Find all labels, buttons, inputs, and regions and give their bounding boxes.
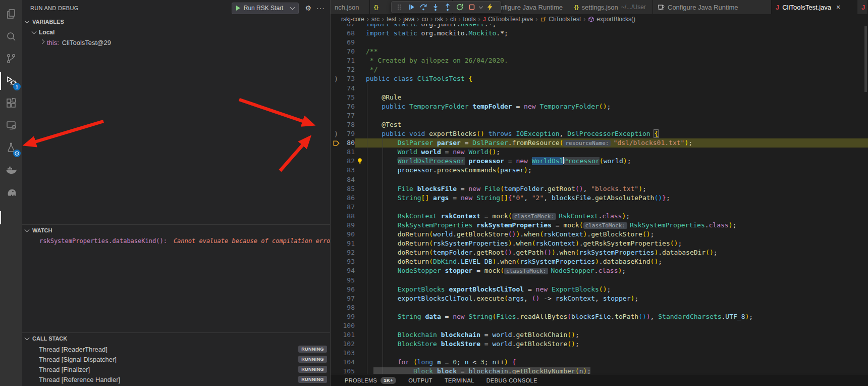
gutter[interactable]: [331, 212, 342, 221]
line-number[interactable]: 100: [342, 321, 355, 330]
gutter[interactable]: [331, 157, 342, 166]
gutter[interactable]: [331, 321, 342, 330]
line-number[interactable]: 70: [342, 47, 355, 56]
panel-tab-problems[interactable]: PROBLEMS1K+: [345, 377, 396, 384]
activity-run-debug-icon[interactable]: 1: [0, 70, 22, 92]
line-number[interactable]: 92: [342, 248, 355, 257]
activity-source-control-icon[interactable]: [0, 47, 22, 70]
line-number[interactable]: 87: [342, 203, 355, 212]
line-number[interactable]: 71: [342, 56, 355, 65]
editor-tab[interactable]: J: [857, 0, 868, 14]
gutter[interactable]: [331, 148, 342, 157]
line-number[interactable]: 77: [342, 111, 355, 120]
gutter[interactable]: [331, 29, 342, 38]
line-number[interactable]: 90: [342, 230, 355, 239]
line-number[interactable]: 72: [342, 65, 355, 74]
line-number[interactable]: 73: [342, 74, 355, 83]
code-line[interactable]: 98: [331, 303, 868, 312]
gutter[interactable]: [331, 266, 342, 275]
panel-tab-output[interactable]: OUTPUT: [408, 377, 432, 383]
call-stack-thread[interactable]: Thread [ReaderThread]RUNNING: [22, 344, 330, 354]
gutter[interactable]: [331, 175, 342, 184]
fold-marker[interactable]: ): [331, 74, 342, 83]
code-line[interactable]: 101 Blockchain blockchain = world.getBlo…: [331, 330, 868, 340]
line-number[interactable]: 75: [342, 93, 355, 102]
gutter[interactable]: [331, 194, 342, 203]
breadcrumb[interactable]: rskj-core›src›test›java›co›rsk›cli›tools…: [331, 14, 868, 24]
code-line[interactable]: 84: [331, 175, 868, 184]
activity-explorer-icon[interactable]: [0, 3, 22, 25]
code-line[interactable]: 95: [331, 276, 868, 285]
editor-tab[interactable]: Configure Java Runtime: [653, 0, 772, 14]
code-line[interactable]: )79 public void exportBlocks() throws IO…: [331, 129, 868, 138]
variables-header[interactable]: VARIABLES: [22, 16, 330, 27]
gear-icon[interactable]: ⚙: [305, 4, 311, 12]
gutter[interactable]: [331, 221, 342, 230]
variable-row[interactable]: this:CliToolsTest@29: [22, 37, 330, 47]
code-line[interactable]: 86 String[] args = new String[]{"0", "2"…: [331, 194, 868, 203]
lightbulb-icon[interactable]: [355, 157, 365, 166]
restart-button[interactable]: [454, 2, 465, 12]
gutter[interactable]: [331, 349, 342, 358]
gutter[interactable]: [331, 166, 342, 175]
code-line[interactable]: 83 processor.processCommands(parser);: [331, 166, 868, 175]
gutter[interactable]: [331, 303, 342, 312]
code-line[interactable]: 102 BlockStore blockStore = world.getBlo…: [331, 340, 868, 349]
line-number[interactable]: 89: [342, 221, 355, 230]
code-editor[interactable]: 67import static org.junit.Assert.*;68imp…: [331, 24, 868, 374]
code-line[interactable]: 77: [331, 111, 868, 120]
gutter[interactable]: [331, 84, 342, 93]
panel-tab-terminal[interactable]: TERMINAL: [445, 377, 474, 383]
code-line[interactable]: 97 exportBlocksCliTool.execute(args, () …: [331, 294, 868, 303]
code-line[interactable]: 68import static org.mockito.Mockito.*;: [331, 29, 868, 38]
breadcrumb-item[interactable]: tools: [463, 16, 475, 23]
run-config-dropdown[interactable]: Run RSK Start: [232, 3, 299, 14]
horizontal-scrollbar-thumb[interactable]: [373, 367, 590, 374]
line-number[interactable]: 91: [342, 239, 355, 248]
gutter[interactable]: [331, 276, 342, 285]
call-stack-header[interactable]: CALL STACK: [22, 333, 330, 344]
code-line[interactable]: 104 for (long n = 0; n < 3; n++) {: [331, 358, 868, 367]
code-line[interactable]: 94 NodeStopper stopper = mock(classToMoc…: [331, 266, 868, 275]
code-line[interactable]: 99 String data = new String(Files.readAl…: [331, 312, 868, 321]
line-number[interactable]: 80: [342, 138, 355, 148]
watch-header[interactable]: WATCH: [22, 225, 330, 236]
code-line[interactable]: 87: [331, 203, 868, 212]
line-number[interactable]: 99: [342, 312, 355, 321]
line-number[interactable]: 86: [342, 194, 355, 203]
stop-dropdown-button[interactable]: [478, 2, 483, 12]
breadcrumb-item[interactable]: CliToolsTest: [540, 16, 581, 23]
gutter[interactable]: [331, 184, 342, 194]
close-icon[interactable]: ×: [836, 3, 840, 11]
editor-tab[interactable]: {}settings.json~/.../User: [570, 0, 653, 14]
code-line[interactable]: 82 WorldDslProcessor processor = new Wor…: [331, 157, 868, 166]
code-line[interactable]: 103: [331, 349, 868, 358]
gutter[interactable]: [331, 367, 342, 374]
line-number[interactable]: 101: [342, 330, 355, 340]
gutter[interactable]: [331, 257, 342, 266]
breadcrumb-item[interactable]: rskj-core: [341, 16, 364, 23]
code-line[interactable]: 74: [331, 84, 868, 93]
gutter[interactable]: [331, 312, 342, 321]
code-line[interactable]: 70/**: [331, 47, 868, 56]
breadcrumb-item[interactable]: rsk: [435, 16, 443, 23]
code-line[interactable]: 90 doReturn(world.getBlockStore()).when(…: [331, 230, 868, 239]
breadcrumb-item[interactable]: co: [421, 16, 428, 23]
line-number[interactable]: 94: [342, 266, 355, 275]
line-number[interactable]: 98: [342, 303, 355, 312]
code-line[interactable]: 81 World world = new World();: [331, 148, 868, 157]
activity-remote-explorer-icon[interactable]: [0, 114, 22, 136]
activity-gradle-icon[interactable]: [0, 181, 22, 203]
editor-tab[interactable]: nch.json: [331, 0, 370, 14]
current-execution-icon[interactable]: [331, 138, 342, 148]
gutter[interactable]: [331, 248, 342, 257]
line-number[interactable]: 95: [342, 276, 355, 285]
activity-extensions-icon[interactable]: [0, 92, 22, 114]
code-line[interactable]: 80 DslParser parser = DslParser.fromReso…: [331, 138, 868, 148]
breadcrumb-item[interactable]: java: [403, 16, 414, 23]
breadcrumb-item[interactable]: JCliToolsTest.java: [483, 16, 533, 23]
code-line[interactable]: 78 @Test: [331, 120, 868, 129]
code-line[interactable]: )73public class CliToolsTest {: [331, 74, 868, 83]
gutter[interactable]: [331, 120, 342, 129]
line-number[interactable]: 68: [342, 29, 355, 38]
